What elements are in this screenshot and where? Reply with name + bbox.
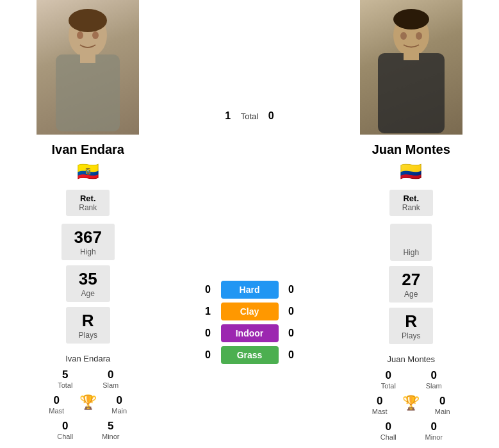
right-plays-label: Plays <box>402 331 420 340</box>
right-indoor-score: 0 <box>285 328 298 339</box>
left-mast-stat: 0 Mast <box>39 393 74 416</box>
left-age-label: Age <box>79 289 97 298</box>
left-rank-label: Rank <box>79 203 97 212</box>
right-minor-stat: 0 Minor <box>416 419 452 442</box>
left-grass-score: 0 <box>202 349 215 361</box>
surface-rows: 0 Hard 0 1 Clay 0 0 Indoor 0 0 Grass 0 <box>176 281 323 364</box>
svg-point-5 <box>92 31 99 39</box>
clay-badge: Clay <box>221 303 279 320</box>
middle-column: 1 Total 0 0 Hard 0 1 Clay 0 0 Indoor 0 0… <box>176 0 323 442</box>
left-name-below: Ivan Endara <box>39 354 137 363</box>
left-player-name: Ivan Endara <box>52 135 124 161</box>
left-high-box: 367 High <box>61 224 115 260</box>
right-clay-score: 0 <box>285 306 298 317</box>
total-row: 1 Total 0 <box>176 110 323 122</box>
hard-badge: Hard <box>221 281 279 299</box>
total-label: Total <box>241 112 258 121</box>
right-chall-stat: 0 Chall <box>371 419 406 442</box>
right-main-stat: 0 Main <box>425 394 460 417</box>
right-name-below: Juan Montes <box>362 354 460 364</box>
indoor-badge: Indoor <box>221 324 279 342</box>
svg-point-11 <box>416 32 422 40</box>
left-age-value: 35 <box>79 269 97 289</box>
left-high-label: High <box>74 247 102 256</box>
left-total-score: 1 <box>222 110 234 122</box>
right-age-value: 27 <box>402 270 420 290</box>
players-top-section: Ivan Endara 🇪🇨 Ret. Rank 367 High 35 Age… <box>0 0 499 448</box>
surface-row-grass: 0 Grass 0 <box>176 346 323 364</box>
left-main-stat: 0 Main <box>102 393 137 416</box>
left-chall-stat: 0 Chall <box>47 419 83 442</box>
right-high-value <box>403 228 419 248</box>
svg-point-1 <box>69 9 107 32</box>
surface-row-clay: 1 Clay 0 <box>176 303 323 320</box>
right-slam-stat: 0 Slam <box>416 368 452 391</box>
right-rank-value: Ret. <box>402 194 420 203</box>
svg-rect-9 <box>404 49 419 60</box>
svg-point-7 <box>393 9 429 29</box>
right-total-score: 0 <box>265 110 277 122</box>
left-player-column: Ivan Endara 🇪🇨 Ret. Rank 367 High 35 Age… <box>0 0 176 442</box>
surface-row-hard: 0 Hard 0 <box>176 281 323 299</box>
svg-rect-8 <box>378 53 445 133</box>
left-player-photo <box>37 0 139 135</box>
svg-point-4 <box>77 31 83 39</box>
right-trophy-icon: 🏆 <box>402 395 420 411</box>
right-plays-value: R <box>402 311 420 331</box>
right-player-column: Juan Montes 🇨🇴 Ret. Rank High 27 Age R <box>323 0 500 442</box>
svg-point-10 <box>400 32 407 40</box>
left-age-box: 35 Age <box>66 265 110 302</box>
right-player-name: Juan Montes <box>372 135 450 161</box>
left-rank-value: Ret. <box>79 194 97 203</box>
right-player-flag: 🇨🇴 <box>400 161 422 182</box>
left-total-stat: 5 Total <box>47 367 83 390</box>
left-stats: Ivan Endara 5 Total 0 Slam 0 Mast <box>39 351 137 442</box>
svg-rect-2 <box>56 54 120 131</box>
left-plays-label: Plays <box>79 331 97 340</box>
left-minor-stat: 5 Minor <box>93 419 128 442</box>
left-rank-box: Ret. Rank <box>66 190 110 216</box>
left-clay-score: 1 <box>202 306 215 317</box>
right-age-label: Age <box>402 290 420 299</box>
left-trophy-icon: 🏆 <box>79 394 97 411</box>
right-rank-box: Ret. Rank <box>389 190 433 216</box>
right-rank-label: Rank <box>402 203 420 212</box>
right-total-stat: 0 Total <box>371 368 406 391</box>
left-player-flag: 🇪🇨 <box>77 161 99 182</box>
left-slam-stat: 0 Slam <box>93 367 128 390</box>
left-high-value: 367 <box>74 228 102 247</box>
right-grass-score: 0 <box>285 349 298 361</box>
right-plays-box: R Plays <box>389 308 433 344</box>
right-age-box: 27 Age <box>389 266 433 303</box>
right-mast-stat: 0 Mast <box>362 394 397 417</box>
left-indoor-score: 0 <box>202 328 215 339</box>
surface-row-indoor: 0 Indoor 0 <box>176 324 323 342</box>
grass-badge: Grass <box>221 346 279 364</box>
right-stats: Juan Montes 0 Total 0 Slam 0 Mast <box>362 352 460 442</box>
right-high-label: High <box>403 248 419 257</box>
left-hard-score: 0 <box>202 284 215 295</box>
right-player-photo <box>360 0 462 135</box>
right-high-box: High <box>390 224 432 261</box>
left-plays-box: R Plays <box>66 307 110 344</box>
svg-rect-3 <box>80 50 95 63</box>
main-container: Ivan Endara 🇪🇨 Ret. Rank 367 High 35 Age… <box>0 0 499 448</box>
right-hard-score: 0 <box>285 284 298 295</box>
left-plays-value: R <box>79 311 97 331</box>
